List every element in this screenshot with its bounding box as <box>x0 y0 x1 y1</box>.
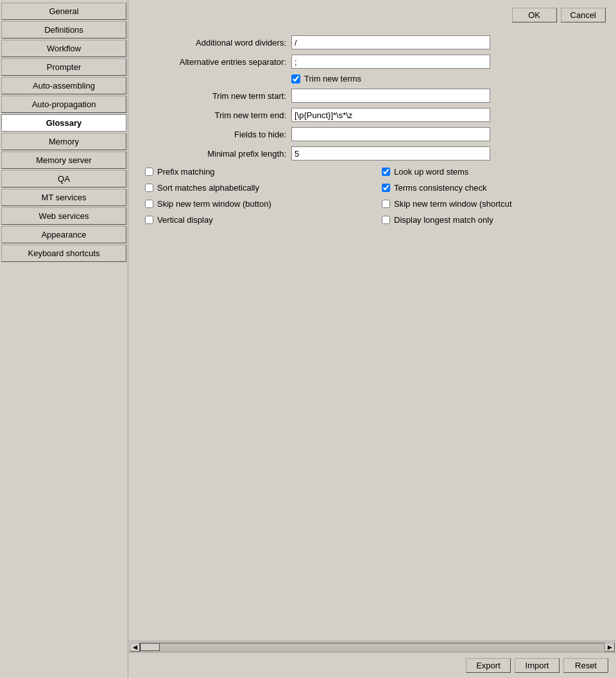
sidebar: General Definitions Workflow Prompter Au… <box>0 0 128 678</box>
scrollbar-track[interactable] <box>140 643 604 652</box>
options-grid: Prefix matching Look up word stems Sort … <box>145 167 606 225</box>
prefix-matching-text: Prefix matching <box>157 167 215 177</box>
trim-new-term-end-row: Trim new term end: <box>139 108 606 122</box>
sidebar-item-definitions[interactable]: Definitions <box>1 21 126 39</box>
prefix-matching-label[interactable]: Prefix matching <box>145 167 369 177</box>
content-top: OK Cancel Additional word dividers: Alte… <box>128 0 616 641</box>
sidebar-item-general[interactable]: General <box>1 3 126 20</box>
trim-new-term-start-row: Trim new term start: <box>139 89 606 103</box>
header-buttons-row: OK Cancel <box>139 8 606 29</box>
look-up-word-stems-checkbox[interactable] <box>382 168 390 176</box>
display-longest-match-only-label[interactable]: Display longest match only <box>382 215 606 225</box>
sort-matches-alphabetically-checkbox[interactable] <box>145 184 153 192</box>
import-button[interactable]: Import <box>515 658 560 673</box>
display-longest-match-only-checkbox[interactable] <box>382 216 390 224</box>
fields-to-hide-label: Fields to hide: <box>139 130 286 139</box>
sidebar-item-keyboard-shortcuts[interactable]: Keyboard shortcuts <box>1 245 126 262</box>
trim-new-term-end-input[interactable] <box>291 108 490 122</box>
terms-consistency-check-checkbox[interactable] <box>382 184 390 192</box>
sidebar-item-web-services[interactable]: Web services <box>1 207 126 225</box>
scrollbar-thumb[interactable] <box>141 643 160 651</box>
bottom-buttons: Export Import Reset <box>128 652 616 678</box>
alternative-entries-separator-row: Alternative entries separator: <box>139 55 606 69</box>
skip-new-term-window-shortcut-label[interactable]: Skip new term window (shortcut <box>382 199 606 209</box>
alternative-entries-separator-input[interactable] <box>291 55 490 69</box>
sidebar-item-qa[interactable]: QA <box>1 170 126 187</box>
fields-to-hide-input[interactable] <box>291 127 490 141</box>
trim-new-term-start-input[interactable] <box>291 89 490 103</box>
terms-consistency-check-text: Terms consistency check <box>394 183 487 193</box>
skip-new-term-window-button-text: Skip new term window (button) <box>157 199 271 209</box>
display-longest-match-only-text: Display longest match only <box>394 215 493 225</box>
sidebar-item-auto-propagation[interactable]: Auto-propagation <box>1 96 126 113</box>
sidebar-item-glossary[interactable]: Glossary <box>1 114 126 132</box>
fields-to-hide-row: Fields to hide: <box>139 127 606 141</box>
additional-word-dividers-row: Additional word dividers: <box>139 35 606 49</box>
trim-new-terms-checkbox[interactable] <box>291 74 300 83</box>
trim-new-terms-text: Trim new terms <box>304 74 361 83</box>
minimal-prefix-length-label: Minimal prefix length: <box>139 149 286 159</box>
sidebar-item-memory[interactable]: Memory <box>1 133 126 150</box>
skip-new-term-window-shortcut-text: Skip new term window (shortcut <box>394 199 512 209</box>
skip-new-term-window-button-checkbox[interactable] <box>145 200 153 208</box>
vertical-display-checkbox[interactable] <box>145 216 153 224</box>
skip-new-term-window-shortcut-checkbox[interactable] <box>382 200 390 208</box>
look-up-word-stems-label[interactable]: Look up word stems <box>382 167 606 177</box>
sidebar-item-memory-server[interactable]: Memory server <box>1 152 126 169</box>
reset-button[interactable]: Reset <box>563 658 608 673</box>
cancel-button[interactable]: Cancel <box>561 8 606 22</box>
skip-new-term-window-button-label[interactable]: Skip new term window (button) <box>145 199 369 209</box>
additional-word-dividers-input[interactable] <box>291 35 490 49</box>
trim-new-terms-label[interactable]: Trim new terms <box>291 74 361 83</box>
scroll-right-arrow[interactable]: ▶ <box>604 643 615 652</box>
prefix-matching-checkbox[interactable] <box>145 168 153 176</box>
vertical-display-label[interactable]: Vertical display <box>145 215 369 225</box>
ok-button[interactable]: OK <box>512 8 557 22</box>
minimal-prefix-length-input[interactable] <box>291 146 490 161</box>
sort-matches-alphabetically-text: Sort matches alphabetically <box>157 183 259 193</box>
horizontal-scrollbar[interactable]: ◀ ▶ <box>128 641 616 652</box>
sidebar-item-prompter[interactable]: Prompter <box>1 58 126 76</box>
sidebar-item-appearance[interactable]: Appearance <box>1 226 126 243</box>
trim-new-term-end-label: Trim new term end: <box>139 110 286 120</box>
content-area: OK Cancel Additional word dividers: Alte… <box>128 0 616 678</box>
sidebar-item-auto-assembling[interactable]: Auto-assembling <box>1 77 126 94</box>
sort-matches-alphabetically-label[interactable]: Sort matches alphabetically <box>145 183 369 193</box>
sidebar-item-mt-services[interactable]: MT services <box>1 189 126 206</box>
sidebar-item-workflow[interactable]: Workflow <box>1 40 126 57</box>
look-up-word-stems-text: Look up word stems <box>394 167 468 177</box>
terms-consistency-check-label[interactable]: Terms consistency check <box>382 183 606 193</box>
alternative-entries-separator-label: Alternative entries separator: <box>139 57 286 67</box>
scroll-left-arrow[interactable]: ◀ <box>130 643 140 652</box>
trim-new-terms-row: Trim new terms <box>291 74 606 83</box>
additional-word-dividers-label: Additional word dividers: <box>139 38 286 48</box>
export-button[interactable]: Export <box>466 658 511 673</box>
trim-new-term-start-label: Trim new term start: <box>139 91 286 101</box>
vertical-display-text: Vertical display <box>157 215 213 225</box>
minimal-prefix-length-row: Minimal prefix length: <box>139 146 606 161</box>
